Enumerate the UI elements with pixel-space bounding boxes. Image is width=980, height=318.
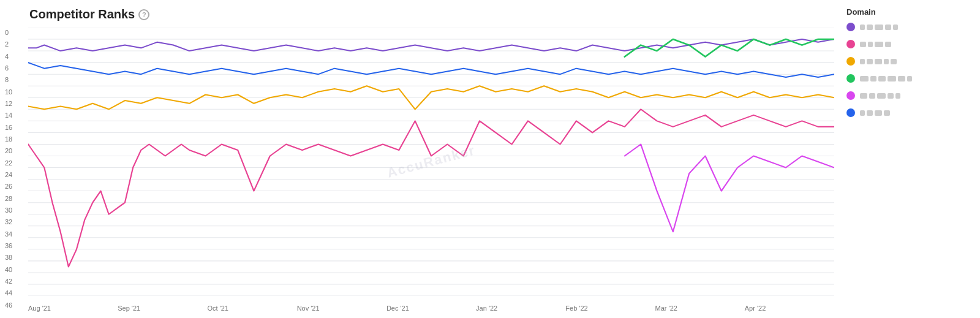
- y-tick: 42: [5, 278, 28, 289]
- x-axis: Aug '21Sep '21Oct '21Nov '21Dec '21Jan '…: [28, 296, 834, 313]
- legend-blurred-block: [860, 59, 865, 64]
- legend-dot: [846, 57, 855, 66]
- legend-blurred-block: [888, 93, 894, 99]
- legend-blurred-block: [875, 110, 882, 116]
- grid-and-lines: AccuRanker: [28, 28, 834, 296]
- y-tick: 14: [5, 112, 28, 123]
- legend-domain-blocks: [860, 93, 900, 99]
- chart-body: 0246810121416182022242628303234363840424…: [5, 28, 834, 313]
- legend-domain-blocks: [860, 25, 898, 30]
- legend-item: [846, 74, 975, 83]
- legend-blurred-block: [907, 76, 912, 81]
- x-tick: Jan '22: [476, 305, 565, 312]
- legend-dot: [846, 108, 855, 117]
- legend-domain-blocks: [860, 76, 912, 81]
- y-tick: 10: [5, 88, 28, 100]
- legend-blurred-block: [891, 59, 897, 64]
- legend-blurred-block: [884, 110, 890, 116]
- x-tick: Nov '21: [297, 305, 386, 312]
- legend-blurred-block: [860, 93, 867, 99]
- y-axis: 0246810121416182022242628303234363840424…: [5, 28, 28, 313]
- y-tick: 30: [5, 206, 28, 218]
- legend-blurred-block: [867, 110, 873, 116]
- legend-dot: [846, 40, 855, 48]
- y-tick: 22: [5, 159, 28, 171]
- x-tick: Oct '21: [207, 305, 296, 312]
- y-tick: 12: [5, 100, 28, 112]
- legend-dot: [846, 91, 855, 100]
- x-tick: Dec '21: [386, 305, 476, 312]
- legend-blurred-block: [878, 76, 886, 81]
- legend-blurred-block: [895, 93, 900, 99]
- legend-blurred-block: [869, 93, 875, 99]
- y-tick: 20: [5, 147, 28, 159]
- legend-blurred-block: [877, 93, 886, 99]
- x-tick: Feb '22: [565, 305, 655, 312]
- legend-item: [846, 23, 975, 31]
- chart-main: Competitor Ranks ? 024681012141618202224…: [5, 7, 834, 313]
- legend-blurred-block: [870, 76, 876, 81]
- y-tick: 6: [5, 64, 28, 76]
- legend-blurred-block: [860, 76, 869, 81]
- y-tick: 4: [5, 53, 28, 64]
- y-tick: 32: [5, 218, 28, 230]
- legend-blurred-block: [860, 42, 866, 47]
- legend-domain-blocks: [860, 42, 891, 47]
- legend-blurred-block: [875, 42, 883, 47]
- legend-items-container: [846, 23, 975, 126]
- legend-item: [846, 40, 975, 48]
- y-tick: 24: [5, 171, 28, 183]
- y-tick: 0: [5, 29, 28, 40]
- legend-blurred-block: [885, 42, 891, 47]
- y-tick: 46: [5, 301, 28, 313]
- chart-title: Competitor Ranks: [29, 7, 135, 21]
- y-tick: 34: [5, 230, 28, 242]
- legend-blurred-block: [875, 59, 882, 64]
- legend-blurred-block: [888, 76, 896, 81]
- legend-blurred-block: [860, 110, 865, 116]
- y-tick: 28: [5, 195, 28, 206]
- legend-domain-blocks: [860, 110, 890, 116]
- y-tick: 26: [5, 183, 28, 194]
- y-tick: 44: [5, 289, 28, 301]
- y-tick: 18: [5, 135, 28, 147]
- legend-dot: [846, 74, 855, 83]
- y-tick: 8: [5, 76, 28, 88]
- legend-item: [846, 57, 975, 66]
- legend-item: [846, 108, 975, 117]
- chart-plot-area: AccuRanker Aug '21Sep '21Oct '21Nov '21D…: [28, 28, 834, 313]
- x-tick: Mar '22: [655, 305, 745, 312]
- legend-blurred-block: [885, 25, 891, 30]
- legend-title: Domain: [846, 7, 975, 17]
- legend-blurred-block: [893, 25, 898, 30]
- x-tick: Aug '21: [28, 305, 118, 312]
- y-tick: 2: [5, 40, 28, 52]
- legend-dot: [846, 23, 855, 31]
- y-tick: 36: [5, 242, 28, 254]
- legend-blurred-block: [867, 59, 873, 64]
- y-tick: 38: [5, 254, 28, 265]
- help-icon[interactable]: ?: [138, 9, 149, 20]
- legend-domain-blocks: [860, 59, 897, 64]
- legend-item: [846, 91, 975, 100]
- x-tick: Sep '21: [118, 305, 207, 312]
- y-tick: 40: [5, 266, 28, 278]
- legend-panel: Domain: [834, 7, 975, 313]
- legend-blurred-block: [868, 42, 873, 47]
- chart-svg: [28, 28, 834, 296]
- legend-blurred-block: [860, 25, 865, 30]
- legend-blurred-block: [875, 25, 883, 30]
- chart-container: Competitor Ranks ? 024681012141618202224…: [0, 0, 980, 318]
- x-tick: Apr '22: [745, 305, 834, 312]
- legend-blurred-block: [867, 25, 873, 30]
- legend-blurred-block: [884, 59, 889, 64]
- legend-blurred-block: [898, 76, 905, 81]
- chart-title-row: Competitor Ranks ?: [29, 7, 834, 21]
- y-tick: 16: [5, 124, 28, 135]
